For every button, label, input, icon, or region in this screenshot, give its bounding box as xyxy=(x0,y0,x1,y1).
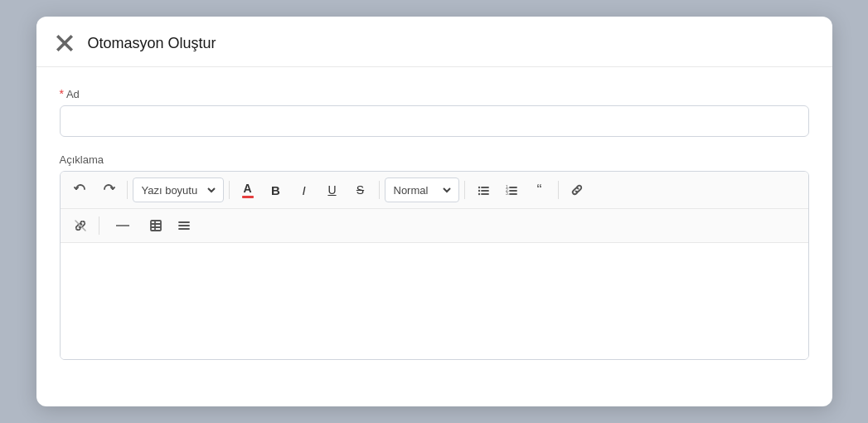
bold-button[interactable]: B xyxy=(263,177,289,203)
divider-5 xyxy=(558,181,559,199)
unordered-list-button[interactable] xyxy=(470,177,497,203)
svg-point-4 xyxy=(478,190,479,192)
svg-rect-16 xyxy=(151,221,161,231)
dialog-title: Otomasyon Oluştur xyxy=(88,35,216,52)
description-label: Açıklama xyxy=(60,153,809,166)
create-automation-dialog: Otomasyon Oluştur * Ad Açıklama xyxy=(36,17,832,406)
description-label-text: Açıklama xyxy=(60,153,104,166)
paragraph-style-dropdown[interactable]: Normal Başlık 1 Başlık 2 Başlık 3 xyxy=(390,183,453,197)
underline-icon: U xyxy=(327,183,336,197)
unlink-button[interactable] xyxy=(67,212,94,239)
editor-area[interactable] xyxy=(61,243,808,359)
dialog-body: * Ad Açıklama xyxy=(36,67,832,396)
undo-button[interactable] xyxy=(67,177,94,203)
name-field-group: * Ad xyxy=(60,87,809,137)
close-button[interactable] xyxy=(53,32,76,55)
link-button[interactable] xyxy=(564,177,590,203)
blockquote-icon: “ xyxy=(537,182,542,197)
divider-4 xyxy=(464,181,465,199)
strikethrough-icon: S xyxy=(356,183,364,197)
name-input[interactable] xyxy=(60,105,809,137)
align-justify-button[interactable] xyxy=(171,212,197,239)
text-color-icon: A xyxy=(242,182,254,198)
toolbar-row-2 xyxy=(61,209,808,243)
description-field-group: Açıklama xyxy=(60,153,809,360)
svg-point-6 xyxy=(478,193,479,195)
strikethrough-button[interactable]: S xyxy=(347,177,374,203)
blockquote-button[interactable]: “ xyxy=(526,177,553,203)
table-button[interactable] xyxy=(143,212,169,239)
svg-point-2 xyxy=(478,187,479,188)
underline-button[interactable]: U xyxy=(319,177,346,203)
font-size-select[interactable]: Yazı boyutu 8910 111214 161824 xyxy=(133,177,224,202)
divider-1 xyxy=(127,181,128,199)
redo-button[interactable] xyxy=(95,177,122,203)
name-label-text: Ad xyxy=(66,88,80,100)
toolbar-row-1: Yazı boyutu 8910 111214 161824 A B xyxy=(61,172,808,209)
editor-container: Yazı boyutu 8910 111214 161824 A B xyxy=(60,171,809,360)
name-label: * Ad xyxy=(60,87,809,100)
text-color-button[interactable]: A xyxy=(235,177,261,203)
italic-icon: I xyxy=(302,183,305,197)
divider-2 xyxy=(229,181,230,199)
font-size-dropdown[interactable]: Yazı boyutu 8910 111214 161824 xyxy=(138,183,218,197)
paragraph-style-select[interactable]: Normal Başlık 1 Başlık 2 Başlık 3 xyxy=(385,177,459,202)
horizontal-rule-button[interactable] xyxy=(104,212,141,239)
ordered-list-button[interactable]: 1. 2. 3. xyxy=(498,177,525,203)
divider-6 xyxy=(99,216,99,235)
italic-button[interactable]: I xyxy=(291,177,318,203)
required-star: * xyxy=(60,87,64,100)
divider-3 xyxy=(379,181,380,199)
svg-text:3.: 3. xyxy=(506,191,509,196)
dialog-header: Otomasyon Oluştur xyxy=(36,17,832,67)
bold-icon: B xyxy=(271,183,280,197)
